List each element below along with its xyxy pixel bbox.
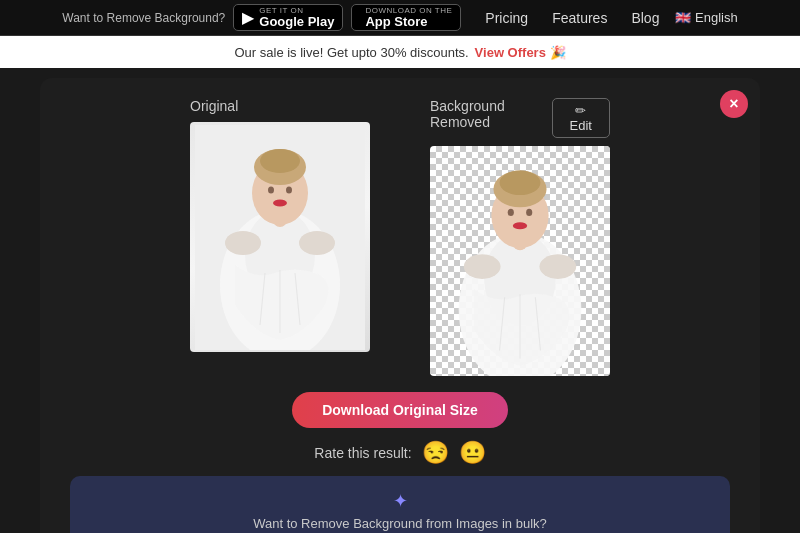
svg-point-11: [299, 231, 335, 255]
nav-links: Pricing Features Blog: [485, 10, 659, 26]
google-play-icon: ▶: [242, 8, 254, 27]
edit-button[interactable]: ✏ Edit: [552, 98, 610, 138]
google-play-badge[interactable]: ▶ GET IT ON Google Play: [233, 4, 343, 31]
features-link[interactable]: Features: [552, 10, 607, 26]
rate-label: Rate this result:: [314, 445, 411, 461]
svg-point-10: [225, 231, 261, 255]
images-comparison: Original: [70, 98, 730, 376]
sale-text: Our sale is live! Get upto 30% discounts…: [234, 45, 468, 60]
language-selector[interactable]: 🇬🇧 English: [675, 10, 737, 25]
svg-point-8: [286, 186, 292, 193]
removed-label: Background Removed: [430, 98, 552, 130]
svg-point-6: [260, 149, 300, 173]
pricing-link[interactable]: Pricing: [485, 10, 528, 26]
svg-point-9: [273, 199, 287, 206]
app-store-badge[interactable]: Download on the App Store: [351, 4, 461, 31]
view-offers-link[interactable]: View Offers 🎉: [475, 45, 566, 60]
original-image: [190, 122, 370, 352]
download-section: Download Original Size Rate this result:…: [70, 392, 730, 466]
rating-row: Rate this result: 😒 😐: [314, 440, 485, 466]
svg-point-25: [539, 254, 576, 279]
svg-point-22: [526, 209, 532, 216]
original-photo: [190, 122, 370, 352]
svg-point-20: [500, 171, 541, 196]
neutral-emoji[interactable]: 😐: [459, 440, 486, 466]
woman-svg: [195, 125, 365, 350]
download-button[interactable]: Download Original Size: [292, 392, 508, 428]
topbar-pre-text: Want to Remove Background?: [62, 11, 225, 25]
google-play-big: Google Play: [259, 15, 334, 28]
bulk-title: Want to Remove Background from Images in…: [90, 516, 710, 531]
removed-image: [430, 146, 610, 376]
topbar: Want to Remove Background? ▶ GET IT ON G…: [0, 0, 800, 36]
original-label: Original: [190, 98, 238, 114]
sale-banner: Our sale is live! Get upto 30% discounts…: [0, 36, 800, 68]
svg-point-24: [464, 254, 501, 279]
bulk-cta-section: ✦ Want to Remove Background from Images …: [70, 476, 730, 533]
bulk-icon: ✦: [90, 490, 710, 512]
blog-link[interactable]: Blog: [631, 10, 659, 26]
svg-point-23: [513, 222, 527, 229]
app-store-big: App Store: [365, 15, 452, 28]
original-col: Original: [190, 98, 370, 352]
removed-woman-svg: [430, 146, 610, 376]
close-button[interactable]: ×: [720, 90, 748, 118]
removed-photo: [430, 146, 610, 376]
sad-emoji[interactable]: 😒: [422, 440, 449, 466]
lang-label: 🇬🇧 English: [675, 10, 737, 25]
svg-point-21: [508, 209, 514, 216]
removed-col: Background Removed ✏ Edit: [430, 98, 610, 376]
main-panel: × Original: [40, 78, 760, 533]
svg-point-7: [268, 186, 274, 193]
